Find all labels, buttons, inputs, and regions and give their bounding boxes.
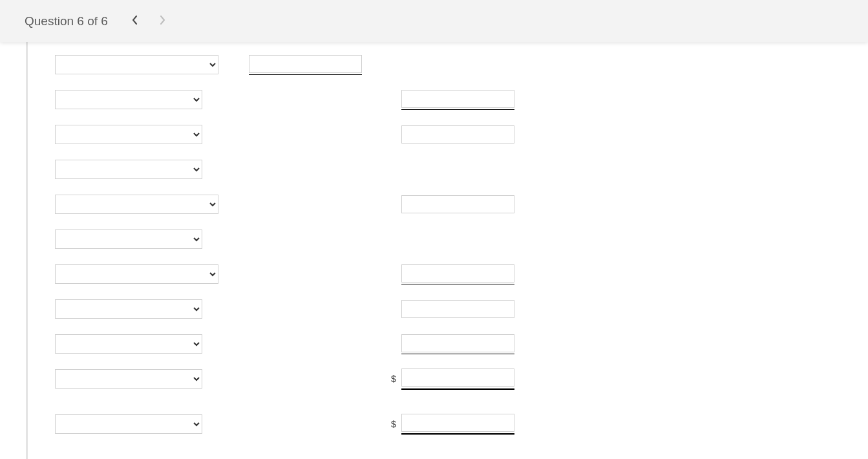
amount-input[interactable] [401,300,514,318]
worksheet-row [55,89,558,111]
account-select[interactable] [55,125,202,144]
worksheet-row [55,54,558,76]
chevron-right-icon [159,15,165,28]
account-select[interactable] [55,230,202,249]
prev-button[interactable] [126,12,144,30]
amount-input[interactable] [401,414,514,432]
account-select[interactable] [55,55,218,74]
amount-input[interactable] [401,195,514,213]
amount-input[interactable] [401,334,514,352]
worksheet-row: $ [55,413,558,435]
amount-input[interactable] [401,90,514,108]
worksheet-row [55,263,558,285]
amount-input[interactable] [401,368,514,387]
worksheet-row: $ [55,368,558,390]
account-select[interactable] [55,160,202,179]
worksheet-row [55,228,558,250]
chevron-left-icon [132,15,138,28]
account-select[interactable] [55,334,202,354]
worksheet-row [55,123,558,145]
content: $$ [0,42,868,459]
account-select[interactable] [55,299,202,319]
worksheet-grid: $$ [28,42,558,459]
next-button[interactable] [153,12,171,30]
amount-input[interactable] [401,125,514,144]
account-select[interactable] [55,369,202,389]
account-select[interactable] [55,414,202,434]
worksheet-row [55,158,558,180]
account-select[interactable] [55,264,218,284]
account-select[interactable] [55,195,218,214]
amount-input[interactable] [401,264,514,283]
question-label: Question 6 of 6 [25,14,108,28]
account-select[interactable] [55,90,202,109]
worksheet-row [55,193,558,215]
top-bar: Question 6 of 6 [0,0,868,42]
worksheet-row [55,298,558,320]
currency-symbol: $ [391,419,397,429]
currency-symbol: $ [391,374,397,384]
worksheet-row [55,333,558,355]
amount-input[interactable] [249,55,362,73]
